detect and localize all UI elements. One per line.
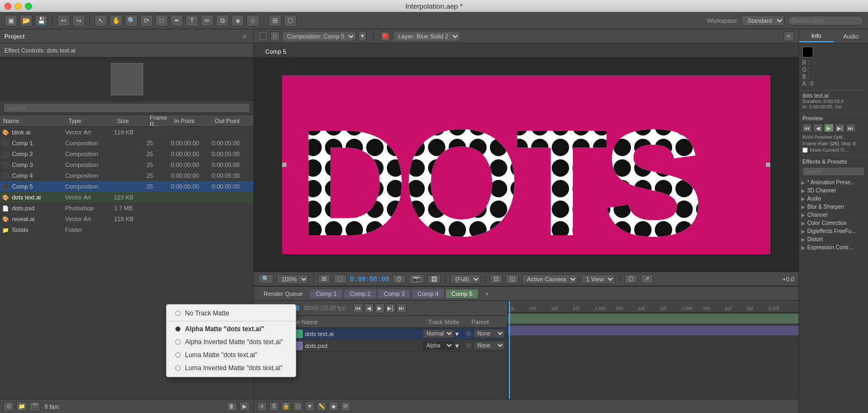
dd-luma-matte[interactable]: Luma Matte "dots text.ai"	[167, 349, 296, 362]
from-current-checkbox[interactable]	[802, 147, 808, 153]
left-handle[interactable]	[282, 163, 286, 167]
grid-btn[interactable]: ⊞	[318, 274, 330, 283]
parent-select-2[interactable]: None	[474, 341, 505, 350]
comp-dropdown-arrow[interactable]: ▼	[358, 31, 367, 41]
project-menu-btn[interactable]: ≡	[240, 32, 249, 41]
comp-flowchart-btn[interactable]: ↗	[641, 274, 653, 283]
save-btn[interactable]: 💾	[35, 15, 48, 27]
next-frame-btn[interactable]: ▶|	[386, 304, 395, 313]
prev-frame-btn[interactable]: ◀	[364, 304, 374, 313]
preview-first-btn[interactable]: ⏮	[802, 124, 812, 132]
tl-expand-btn[interactable]: ⬡	[293, 402, 303, 411]
effect-group-expression[interactable]: ▶ Expression Contr...	[799, 243, 868, 251]
dd-alpha-inverted[interactable]: Alpha Inverted Matte "dots text.ai"	[167, 335, 296, 349]
file-item-comp5[interactable]: ⬛ Comp 5 Composition 25 0:00:00:00 0:00:…	[0, 181, 253, 192]
comp-panel-icon[interactable]: ⬛	[258, 31, 268, 41]
effect-group-distort[interactable]: ▶ Distort	[799, 235, 868, 243]
effects-search-input[interactable]	[802, 167, 865, 176]
redo-btn[interactable]: ↪	[72, 15, 85, 27]
effect-group-animation[interactable]: ▶ * Animation Prese...	[799, 178, 868, 186]
first-frame-btn[interactable]: ⏮	[353, 304, 363, 313]
zoom-select[interactable]: 100%	[277, 274, 309, 284]
search-input[interactable]	[788, 16, 864, 25]
safe-zones-btn[interactable]: ⬚	[334, 274, 347, 283]
grid-overlay-btn[interactable]: ⊡	[490, 274, 502, 283]
file-item-solids[interactable]: 📁 Solids Folder	[0, 224, 253, 235]
tool-eraser[interactable]: ◈	[231, 15, 244, 27]
tab-info[interactable]: Info	[799, 30, 834, 42]
dd-alpha-matte[interactable]: Alpha Matte "dots text.ai"	[167, 322, 296, 335]
right-handle[interactable]	[766, 163, 770, 167]
tool-clone[interactable]: ⧉	[216, 15, 229, 27]
3d-btn[interactable]: ⬡	[284, 15, 297, 27]
tool-rotate[interactable]: ⟳	[140, 15, 153, 27]
zoom-btn[interactable]: 🔍	[258, 274, 273, 283]
tl-lock-btn[interactable]: 🔒	[281, 402, 291, 411]
tl-sync-btn[interactable]: ⟳	[341, 402, 350, 411]
file-item-comp3[interactable]: ⬛ Comp 3 Composition 25 0:00:00:00 0:00:…	[0, 159, 253, 170]
tl-ruler-btn[interactable]: 📏	[317, 402, 327, 411]
tl-markers-btn[interactable]: ◆	[329, 402, 339, 411]
tab-comp4[interactable]: Comp 4	[412, 289, 444, 298]
tool-hand[interactable]: ✋	[110, 15, 123, 27]
comp-panel-icon2[interactable]: □	[270, 31, 280, 41]
effect-group-blur[interactable]: ▶ Blur & Sharpen	[799, 203, 868, 211]
track-bar-2[interactable]	[508, 326, 799, 335]
play-btn[interactable]: ▶	[375, 304, 385, 313]
zoom-button[interactable]	[25, 3, 32, 10]
tab-add[interactable]: +	[480, 289, 494, 298]
file-item-dotsai[interactable]: 🎨 dots text.ai Vector Art 123 KB	[0, 192, 253, 203]
tl-solo-btn[interactable]: S	[269, 402, 279, 411]
layer-select[interactable]: Layer: Blue Solid 2	[393, 31, 460, 41]
project-search-input[interactable]	[3, 103, 250, 113]
tab-comp2[interactable]: Comp 2	[344, 289, 376, 298]
view-select[interactable]: Active Camera	[522, 274, 578, 284]
tool-puppet[interactable]: ⊹	[246, 15, 259, 27]
tab-audio[interactable]: Audio	[834, 31, 869, 42]
timecode-btn[interactable]: ⏱	[392, 275, 406, 283]
effect-group-3dchannel[interactable]: ▶ 3D Channel	[799, 186, 868, 195]
tab-comp3[interactable]: Comp 3	[378, 289, 410, 298]
open-btn[interactable]: 📂	[20, 15, 33, 27]
view-count-select[interactable]: 1 View	[581, 274, 615, 284]
matte-select-2[interactable]: Alpha	[423, 341, 454, 350]
panel-menu-btn[interactable]: ≡	[783, 31, 794, 41]
file-item-dotspsd[interactable]: 📄 dots.psd Photoshop 1.7 MB	[0, 203, 253, 214]
preview-play-btn[interactable]: ▶	[824, 124, 834, 132]
new-project-btn[interactable]: ▣	[4, 15, 17, 27]
file-item-blinkai[interactable]: 🎨 blink.ai Vector Art 119 KB	[0, 127, 253, 138]
undo-btn[interactable]: ↩	[57, 15, 70, 27]
file-item-comp2[interactable]: ⬛ Comp 2 Composition 25 0:00:00:00 0:00:…	[0, 149, 253, 159]
dd-no-track-matte[interactable]: No Track Matte	[167, 307, 296, 320]
preview-prev-btn[interactable]: ◀	[813, 124, 823, 132]
preview-next-btn[interactable]: ▶|	[835, 124, 845, 132]
last-frame-btn[interactable]: ⏭	[397, 304, 406, 313]
comp-viewer-tab-comp5[interactable]: Comp 5	[258, 46, 293, 57]
delete-btn[interactable]: 🗑	[226, 402, 237, 411]
quality-select[interactable]: (Full)	[450, 274, 481, 284]
effect-group-color[interactable]: ▶ Color Correction	[799, 219, 868, 227]
dd-luma-inverted[interactable]: Luma Inverted Matte "dots text.ai"	[167, 362, 296, 375]
snapshot-btn[interactable]: 📷	[409, 274, 424, 283]
layer-panel-icon[interactable]: 🔴	[380, 31, 390, 41]
workspace-select[interactable]: Standard	[742, 15, 784, 26]
composition-select[interactable]: Composition: Comp 5	[282, 31, 356, 41]
3d-view-btn[interactable]: ⬡	[624, 274, 637, 283]
tl-toggle-layers-btn[interactable]: ≡	[257, 402, 267, 411]
file-item-revealai[interactable]: 🎨 reveal.ai Vector Art 118 KB	[0, 214, 253, 224]
interpret-btn[interactable]: ⊙	[3, 402, 14, 411]
tool-select[interactable]: ↖	[94, 15, 107, 27]
tool-zoom[interactable]: 🔍	[125, 15, 138, 27]
tool-paint[interactable]: ✏	[201, 15, 214, 27]
minimize-button[interactable]	[15, 3, 22, 10]
close-button[interactable]	[4, 3, 11, 10]
preview-last-btn[interactable]: ⏭	[846, 124, 856, 132]
tab-comp1[interactable]: Comp 1	[310, 289, 342, 298]
effect-group-channel[interactable]: ▶ Channel	[799, 211, 868, 219]
effect-group-digi[interactable]: ▶ Digieffects FreeFo...	[799, 227, 868, 235]
arrow-right-btn[interactable]: ▶	[239, 402, 250, 411]
tool-rect[interactable]: □	[155, 15, 168, 27]
effect-group-audio[interactable]: ▶ Audio	[799, 195, 868, 203]
tl-collapse-btn[interactable]: ▼	[305, 402, 315, 411]
file-item-comp4[interactable]: ⬛ Comp 4 Composition 25 0:00:00:00 0:00:…	[0, 170, 253, 181]
